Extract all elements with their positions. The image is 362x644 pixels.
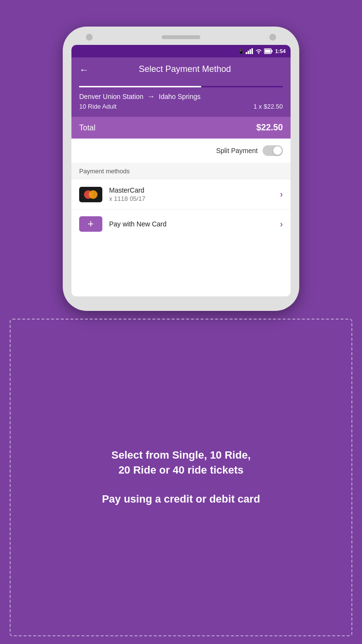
vibrate-icon: 📱 — [238, 49, 244, 54]
svg-rect-0 — [246, 52, 247, 54]
payment-methods-header: Payment methods — [71, 163, 291, 180]
new-card-item[interactable]: + Pay with New Card › — [71, 210, 291, 238]
mastercard-info: MasterCard x 1118 05/17 — [109, 186, 273, 202]
destination-label: Idaho Springs — [159, 93, 200, 100]
status-bar: 📱 — [71, 45, 291, 57]
phone-speaker — [162, 35, 200, 39]
plus-icon: + — [79, 216, 102, 232]
promo-area: Select from Single, 10 Ride, 20 Ride or … — [0, 311, 362, 644]
svg-rect-3 — [251, 48, 253, 54]
mastercard-details: x 1118 05/17 — [109, 195, 273, 202]
total-row: Total $22.50 — [71, 117, 291, 139]
split-payment-label: Split Payment — [216, 147, 258, 154]
phone-camera — [86, 34, 93, 41]
phone-sensors — [269, 34, 276, 41]
signal-icon — [246, 48, 253, 54]
svg-rect-6 — [265, 50, 270, 53]
total-label: Total — [79, 124, 96, 132]
back-button[interactable]: ← — [79, 65, 89, 74]
status-icons: 📱 — [238, 48, 273, 54]
svg-rect-2 — [250, 49, 251, 54]
promo-text-2: Pay using a credit or debit card — [102, 492, 260, 507]
svg-rect-5 — [271, 50, 272, 53]
mastercard-name: MasterCard — [109, 186, 273, 194]
split-payment-toggle[interactable] — [263, 145, 283, 156]
svg-rect-1 — [248, 51, 249, 54]
origin-label: Denver Union Station — [79, 93, 143, 100]
total-amount: $22.50 — [256, 123, 283, 133]
mastercard-icon — [79, 187, 102, 202]
promo-text-1: Select from Single, 10 Ride, 20 Ride or … — [111, 448, 251, 478]
phone-top-bar — [71, 35, 291, 39]
battery-icon — [264, 48, 273, 54]
mc-right-circle — [89, 190, 97, 199]
empty-space — [71, 238, 291, 296]
screen: 📱 — [71, 45, 291, 296]
header-title: Select Payment Method — [97, 64, 283, 74]
route-arrow-icon: → — [147, 92, 155, 101]
mastercard-chevron-icon: › — [280, 189, 283, 199]
route-bar: Denver Union Station → Idaho Springs 10 … — [71, 81, 291, 117]
new-card-chevron-icon: › — [280, 219, 283, 229]
ticket-type-label: 10 Ride Adult — [79, 103, 116, 110]
status-time: 1:54 — [275, 48, 286, 54]
mastercard-circles — [84, 190, 97, 199]
ticket-row: 10 Ride Adult 1 x $22.50 — [79, 103, 283, 110]
app-header: ← Select Payment Method — [71, 57, 291, 81]
mastercard-item[interactable]: MasterCard x 1118 05/17 › — [71, 180, 291, 210]
phone-shell: 📱 — [63, 27, 299, 311]
wifi-icon — [255, 48, 262, 54]
split-payment-row: Split Payment — [71, 139, 291, 163]
route-row: Denver Union Station → Idaho Springs — [79, 92, 283, 101]
new-card-label: Pay with New Card — [109, 220, 273, 228]
quantity-price-label: 1 x $22.50 — [253, 103, 283, 110]
